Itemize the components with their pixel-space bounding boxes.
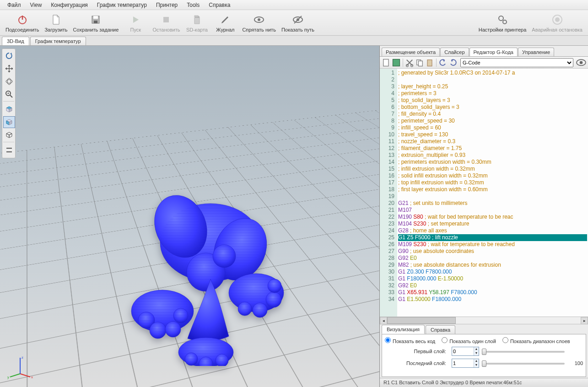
power-icon — [16, 13, 29, 26]
viz-tab-0[interactable]: Визуализация — [382, 325, 425, 334]
stop-icon — [160, 13, 173, 26]
view-tab-0[interactable]: 3D-Вид — [2, 37, 29, 45]
right-tab-0[interactable]: Размещение объекта — [382, 48, 440, 56]
tool-label: SD-карта — [186, 27, 208, 32]
spin-up-icon[interactable]: ▲ — [474, 347, 479, 351]
svg-point-10 — [258, 18, 260, 21]
save-icon — [89, 13, 102, 26]
load-button[interactable]: Загрузить — [42, 12, 70, 33]
parallel-icon[interactable] — [3, 144, 15, 156]
last-layer-input[interactable]: ▲▼ — [452, 359, 479, 368]
svg-point-17 — [555, 17, 560, 22]
refresh-icon[interactable] — [3, 50, 15, 62]
right-tab-3[interactable]: Управление — [518, 48, 554, 56]
move-icon[interactable] — [3, 63, 15, 75]
svg-rect-3 — [93, 16, 98, 19]
svg-point-40 — [178, 338, 233, 366]
first-layer-slider[interactable] — [482, 347, 565, 355]
svg-rect-56 — [393, 59, 400, 66]
rotate-icon[interactable] — [3, 75, 15, 87]
svg-point-14 — [499, 16, 503, 21]
path-button[interactable]: Показать путь — [279, 12, 317, 33]
save-icon[interactable] — [392, 58, 401, 67]
svg-point-39 — [229, 274, 284, 312]
viewport-pane: x y z — [0, 46, 380, 387]
tool-label: Сохранить задание — [73, 27, 119, 32]
last-layer-label: Последний слой: — [385, 360, 449, 366]
connect-button[interactable]: Подсоединить — [3, 12, 42, 33]
sd-icon — [190, 13, 203, 26]
scroll-right-icon[interactable]: ▸ — [581, 317, 588, 324]
svg-rect-8 — [198, 16, 199, 18]
spin-down-icon[interactable]: ▼ — [474, 363, 479, 367]
right-panel: Размещение объектаСлайсерРедактор G-Кода… — [380, 46, 588, 387]
menu-tools[interactable]: Tools — [182, 1, 204, 9]
hide-button[interactable]: Спрятать нить — [239, 12, 278, 33]
scroll-left-icon[interactable]: ◂ — [380, 317, 387, 324]
editor-toolbar: G-Code — [380, 57, 588, 69]
menu-view[interactable]: View — [26, 1, 47, 9]
play-icon — [129, 13, 142, 26]
svg-point-15 — [503, 20, 507, 24]
last-layer-slider[interactable] — [482, 359, 565, 367]
gcode-editor[interactable]: 1234567891011121314151617181920212223242… — [380, 69, 588, 317]
language-select[interactable]: G-Code — [460, 58, 573, 67]
psettings-button[interactable]: Настройки принтера — [476, 12, 529, 33]
viz-radio-0[interactable]: Показать весь код — [385, 337, 435, 344]
new-icon[interactable] — [382, 58, 391, 67]
stop-button: Остановить — [150, 12, 183, 33]
estop-icon — [551, 13, 564, 26]
zoom-icon[interactable] — [3, 88, 15, 100]
svg-text:x: x — [31, 375, 33, 379]
right-tab-2[interactable]: Редактор G-Кода — [469, 48, 518, 56]
undo-icon[interactable] — [438, 58, 448, 67]
menu-конфигурация[interactable]: Конфигурация — [46, 1, 92, 9]
right-tabs: Размещение объектаСлайсерРедактор G-Кода… — [380, 47, 588, 57]
menu-файл[interactable]: Файл — [3, 1, 26, 9]
menu-справка[interactable]: Справка — [204, 1, 235, 9]
viz-radio-1[interactable]: Показать один слой — [442, 337, 496, 344]
svg-text:z: z — [22, 355, 23, 360]
tool-label: Подсоединить — [5, 27, 39, 32]
paste-icon[interactable] — [425, 58, 434, 67]
svg-line-50 — [10, 95, 12, 97]
3d-viewport[interactable]: x y z — [0, 46, 379, 387]
svg-line-41 — [20, 374, 30, 377]
horizontal-scrollbar[interactable]: ◂ ▸ — [380, 317, 588, 324]
cube-top-icon[interactable] — [3, 103, 15, 115]
svg-point-38 — [131, 290, 194, 332]
right-tab-1[interactable]: Слайсер — [440, 48, 469, 56]
last-layer-max: 100 — [567, 360, 583, 366]
preview-eye-icon[interactable] — [576, 58, 586, 67]
estop-button: Аварийная остановка — [529, 12, 585, 33]
first-layer-input[interactable]: ▲▼ — [452, 347, 479, 356]
spin-down-icon[interactable]: ▼ — [474, 351, 479, 355]
sd-button: SD-карта — [183, 12, 211, 33]
svg-rect-5 — [163, 17, 169, 22]
cube-iso-icon[interactable] — [3, 129, 15, 141]
svg-line-43 — [10, 374, 20, 377]
redo-icon[interactable] — [448, 58, 458, 67]
viz-tabs: ВизуализацияСправка — [380, 324, 588, 334]
start-button: Пуск — [121, 12, 150, 33]
view-tab-1[interactable]: График температур — [30, 37, 86, 45]
viz-panel: Показать весь кодПоказать один слойПоказ… — [382, 334, 586, 377]
viz-radio-2[interactable]: Показать диапазон слоев — [502, 337, 570, 344]
svg-rect-60 — [419, 61, 423, 66]
file-icon — [49, 13, 62, 26]
cut-icon[interactable] — [405, 58, 414, 67]
menu-принтер[interactable]: Принтер — [151, 1, 182, 9]
tool-label: Журнал — [216, 27, 234, 32]
pen-icon — [219, 13, 232, 26]
menu-график температур[interactable]: График температур — [92, 1, 151, 9]
svg-rect-7 — [197, 16, 198, 18]
spin-up-icon[interactable]: ▲ — [474, 359, 479, 363]
svg-rect-6 — [195, 16, 196, 18]
tool-label: Пуск — [130, 27, 141, 32]
cube-front-icon[interactable] — [3, 116, 15, 128]
save-button[interactable]: Сохранить задание — [70, 12, 122, 33]
copy-icon[interactable] — [415, 58, 424, 67]
viz-tab-1[interactable]: Справка — [426, 325, 455, 334]
log-button[interactable]: Журнал — [211, 12, 239, 33]
first-layer-label: Первый слой: — [385, 349, 449, 354]
